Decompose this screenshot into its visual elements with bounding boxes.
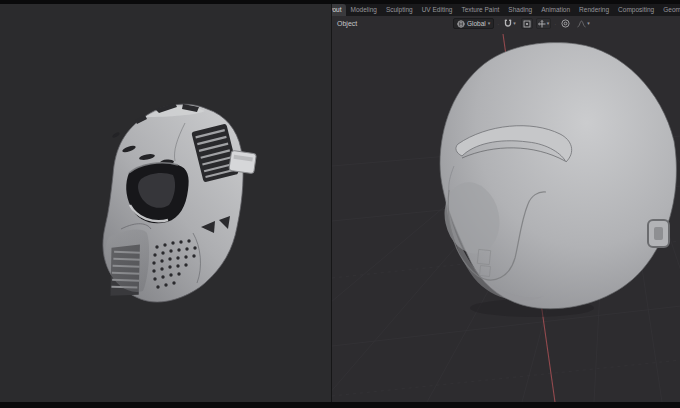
workspace-tab-label: Modeling — [351, 4, 377, 16]
helmet-side-clip — [229, 150, 257, 173]
header-separator: · — [497, 21, 499, 27]
workspace-tab-modeling[interactable]: Modeling — [347, 4, 381, 16]
blender-window: LayoutModelingSculptingUV EditingTexture… — [331, 4, 680, 402]
workspace-tab-label: Texture Paint — [461, 4, 499, 16]
helmet-reference-image — [85, 87, 275, 312]
helmet-model-render — [85, 87, 275, 312]
chevron-down-icon: ▾ — [513, 21, 516, 26]
bottom-letterbox — [0, 402, 680, 408]
workspace-tab-rendering[interactable]: Rendering — [575, 4, 613, 16]
viewport-3d[interactable]: Object Global ▾ · — [332, 16, 680, 402]
transform-orientation-dropdown[interactable]: Global ▾ — [453, 18, 494, 29]
orientation-globe-icon — [457, 20, 465, 28]
chevron-down-icon: ▾ — [587, 21, 590, 26]
workspace-tab-label: Compositing — [618, 4, 654, 16]
mode-menu-label: Object — [337, 20, 357, 27]
workspace-tab-label: Sculpting — [386, 4, 413, 16]
workspace-tab-geometry-nodes[interactable]: Geometry Nodes — [659, 4, 680, 16]
snap-magnet-toggle[interactable]: ▾ — [502, 18, 518, 29]
snap-increment-icon — [523, 20, 531, 28]
workspace-tab-label: Geometry Nodes — [663, 4, 680, 16]
header-separator: · — [554, 21, 556, 27]
proportional-falloff-dropdown[interactable]: ▾ — [575, 18, 592, 29]
falloff-curve-icon — [577, 20, 586, 28]
viewport-scene — [332, 16, 680, 402]
reference-panel — [0, 4, 331, 402]
snap-move-button[interactable]: ▾ — [536, 18, 552, 29]
workspace-tab-compositing[interactable]: Compositing — [614, 4, 658, 16]
workspace-tab-sculpting[interactable]: Sculpting — [382, 4, 417, 16]
workspace-tab-label: Rendering — [579, 4, 609, 16]
workspace-tab-bar: LayoutModelingSculptingUV EditingTexture… — [332, 4, 680, 16]
workspace-tab-layout[interactable]: Layout — [332, 4, 346, 16]
viewport-header: Object Global ▾ · — [332, 17, 680, 30]
proportional-circles-icon — [561, 19, 570, 28]
magnet-icon — [504, 19, 512, 28]
mode-menu-button[interactable]: Object — [337, 20, 357, 27]
workspace-tab-label: Animation — [541, 4, 570, 16]
workspace-tab-uv-editing[interactable]: UV Editing — [418, 4, 457, 16]
orientation-label: Global — [467, 20, 486, 27]
workspace-tab-texture-paint[interactable]: Texture Paint — [457, 4, 503, 16]
workspace-tab-label: Shading — [508, 4, 532, 16]
head-mesh[interactable] — [438, 43, 676, 317]
snap-target-button[interactable] — [521, 18, 533, 29]
workspace-tab-animation[interactable]: Animation — [537, 4, 574, 16]
chevron-down-icon: ▾ — [488, 21, 491, 26]
workspace-tab-shading[interactable]: Shading — [504, 4, 536, 16]
head-side-clip — [648, 220, 669, 247]
move-arrows-icon — [538, 20, 546, 28]
workspace-tab-label: UV Editing — [422, 4, 453, 16]
proportional-editing-toggle[interactable] — [559, 18, 572, 29]
viewport-header-controls: Global ▾ · ▾ — [453, 17, 592, 30]
workspace-tab-label: Layout — [332, 4, 342, 16]
chevron-down-icon: ▾ — [547, 21, 550, 26]
